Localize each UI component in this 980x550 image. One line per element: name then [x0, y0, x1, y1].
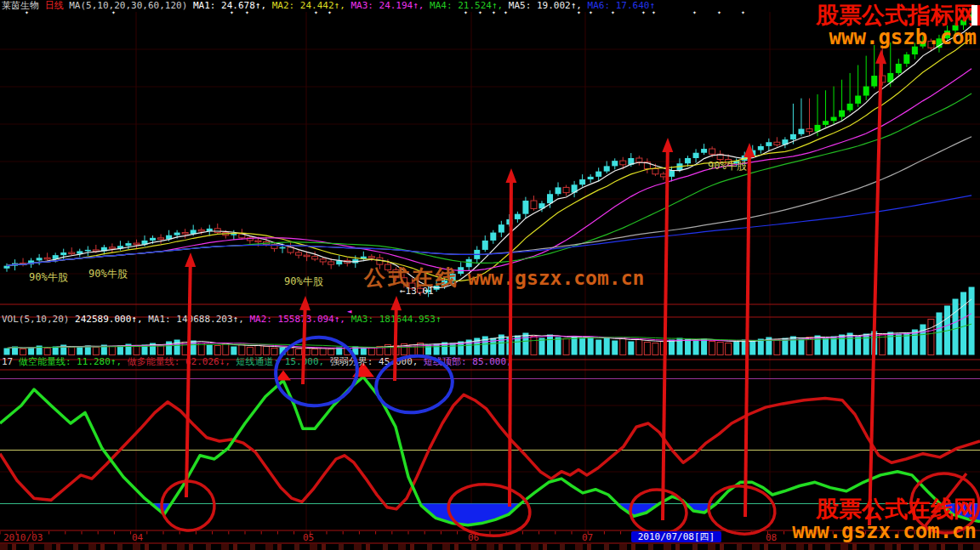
red-circle-annotation [446, 480, 533, 540]
clipped-status-strip [0, 544, 980, 550]
selected-date-badge[interactable]: 2010/07/08[四] [631, 531, 721, 542]
red-arrow-shaft [869, 57, 881, 525]
red-arrow-shaft [395, 303, 396, 381]
red-arrow-head [185, 252, 196, 267]
logo-fragment [971, 5, 980, 26]
top-right-watermark-url: www.gszb.com [816, 27, 977, 48]
red-arrow-head [299, 296, 311, 310]
red-arrow-head [390, 296, 402, 310]
trading-app-window: 莱茵生物 日线 MA(5,10,20,30,60,120) MA1: 24.67… [0, 0, 980, 550]
red-arrow-head [505, 168, 516, 183]
red-arrow-shaft [663, 145, 668, 520]
red-arrow-head [875, 49, 886, 64]
top-right-watermark-title: 股票公式指标网 [816, 3, 977, 27]
hand-drawn-annotations [0, 0, 980, 550]
blue-circle-annotation [271, 332, 362, 411]
red-arrow-head [744, 143, 755, 157]
bottom-right-watermark-url: www.gszx.com.cn [792, 521, 977, 542]
red-circle-annotation [628, 487, 688, 537]
red-arrow-shaft [745, 150, 749, 517]
top-right-watermark: 股票公式指标网 www.gszb.com [816, 3, 977, 49]
bottom-right-watermark-title: 股票公式在线网 [792, 497, 977, 521]
red-arrow-shaft [510, 176, 511, 507]
red-circle-annotation [706, 483, 777, 537]
blue-circle-annotation [373, 351, 456, 417]
bottom-right-watermark: 股票公式在线网 www.gszx.com.cn [792, 497, 977, 543]
red-arrow-head [662, 138, 673, 152]
red-arrow-shaft [303, 303, 305, 384]
red-arrow-shaft [186, 260, 191, 497]
